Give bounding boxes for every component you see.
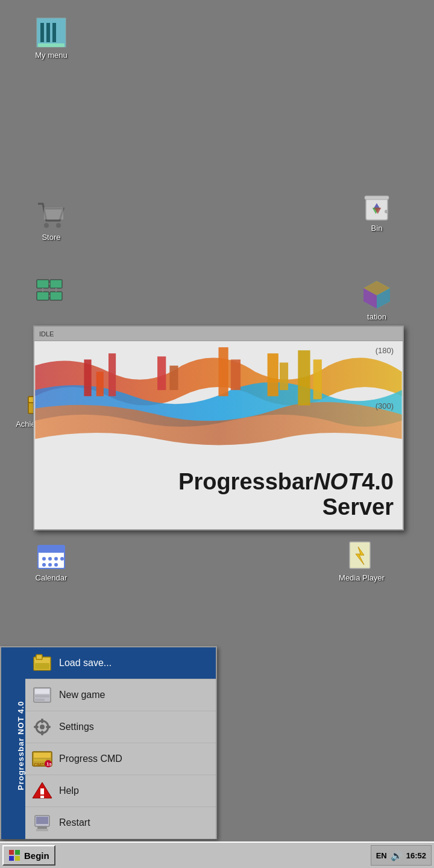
- svg-point-46: [48, 557, 52, 561]
- svg-rect-32: [84, 359, 91, 396]
- menu-item-restart[interactable]: Restart: [25, 807, 216, 839]
- splash-title-bar: IDLE: [34, 327, 403, 341]
- svg-rect-11: [37, 280, 49, 288]
- media-player-label: Media Player: [339, 573, 385, 582]
- taskbar: Begin EN 🔊 16:52: [0, 841, 434, 868]
- store-label: Store: [42, 233, 60, 242]
- menu-item-progress-cmd[interactable]: CMD 1s Progress CMD: [25, 743, 216, 775]
- svg-rect-12: [50, 280, 62, 288]
- svg-rect-41: [298, 350, 310, 405]
- menu-item-new-game-label: New game: [59, 690, 105, 700]
- bin-icon[interactable]: Bin: [350, 190, 404, 233]
- begin-button[interactable]: Begin: [2, 845, 55, 866]
- svg-rect-55: [36, 655, 42, 659]
- svg-text:CMD: CMD: [34, 762, 45, 767]
- svg-rect-77: [36, 817, 48, 824]
- store-icon[interactable]: Store: [24, 199, 78, 242]
- splash-app-name-line1: ProgressbarNOT4.0: [178, 470, 394, 495]
- svg-point-49: [42, 563, 46, 567]
- svg-rect-82: [9, 856, 14, 861]
- svg-rect-78: [37, 826, 47, 829]
- svg-rect-75: [40, 796, 44, 798]
- bin-label: Bin: [371, 224, 383, 233]
- media-player-icon[interactable]: Media Player: [335, 539, 389, 582]
- my-menu-icon[interactable]: My menu: [24, 17, 78, 60]
- svg-rect-4: [38, 43, 64, 47]
- svg-point-45: [42, 557, 46, 561]
- svg-rect-37: [219, 347, 228, 396]
- network-image: [36, 278, 67, 310]
- begin-button-icon: [8, 849, 20, 861]
- menu-item-progress-cmd-label: Progress CMD: [59, 753, 122, 764]
- station-icon[interactable]: tation: [350, 278, 404, 321]
- bin-image: [361, 190, 392, 221]
- svg-rect-3: [52, 23, 56, 42]
- splash-score2: (300): [376, 401, 394, 410]
- svg-rect-13: [37, 292, 49, 300]
- start-menu-sidebar: Progressbar NOT 4.0: [1, 647, 25, 839]
- start-menu: Progressbar NOT 4.0 Load save...: [0, 646, 217, 839]
- load-save-icon: [31, 652, 53, 674]
- taskbar-volume-icon: 🔊: [391, 850, 403, 861]
- splash-window: IDLE: [33, 326, 404, 530]
- menu-item-help[interactable]: Help: [25, 775, 216, 807]
- svg-rect-65: [34, 726, 39, 728]
- svg-rect-38: [231, 359, 241, 390]
- svg-rect-9: [365, 196, 389, 200]
- svg-rect-74: [40, 788, 44, 794]
- svg-point-51: [54, 563, 58, 567]
- calendar-label: Calendar: [36, 573, 68, 582]
- store-image: [36, 199, 67, 230]
- svg-rect-2: [46, 23, 50, 42]
- settings-icon: [31, 716, 53, 738]
- svg-rect-1: [40, 23, 44, 42]
- splash-score1: (180): [376, 346, 394, 355]
- svg-rect-7: [44, 207, 63, 219]
- calendar-image: [36, 539, 67, 571]
- taskbar-lang: EN: [376, 851, 387, 860]
- menu-item-load-save[interactable]: Load save...: [25, 647, 216, 679]
- svg-rect-42: [313, 359, 322, 399]
- start-menu-items: Load save... New game: [25, 647, 216, 839]
- svg-rect-34: [108, 353, 116, 396]
- progress-cmd-icon: CMD 1s: [31, 748, 53, 770]
- calendar-icon[interactable]: Calendar: [24, 539, 78, 582]
- svg-rect-14: [50, 292, 62, 300]
- svg-point-48: [60, 557, 64, 561]
- svg-rect-63: [41, 719, 43, 723]
- svg-rect-80: [9, 850, 14, 855]
- svg-point-5: [44, 223, 49, 228]
- splash-content: (180) (300) ProgressbarNOT4.0 Server: [34, 341, 403, 529]
- svg-rect-66: [46, 726, 51, 728]
- svg-text:1s: 1s: [46, 761, 52, 767]
- svg-rect-69: [34, 759, 46, 761]
- svg-rect-58: [35, 689, 49, 694]
- menu-item-new-game[interactable]: New game: [25, 679, 216, 711]
- menu-item-settings-label: Settings: [59, 722, 94, 732]
- svg-rect-35: [157, 356, 166, 390]
- svg-rect-36: [169, 366, 178, 391]
- menu-item-settings[interactable]: Settings: [25, 711, 216, 743]
- svg-rect-33: [96, 372, 104, 397]
- svg-rect-44: [38, 546, 64, 553]
- restart-icon: [31, 812, 53, 834]
- my-menu-label: My menu: [35, 51, 67, 60]
- help-icon: [31, 780, 53, 802]
- svg-rect-59: [35, 695, 49, 697]
- svg-rect-60: [35, 699, 45, 701]
- menu-item-restart-label: Restart: [59, 817, 90, 828]
- svg-rect-39: [268, 353, 278, 396]
- splash-app-name: ProgressbarNOT4.0 Server: [178, 470, 394, 520]
- taskbar-system-tray: EN 🔊 16:52: [371, 845, 432, 866]
- new-game-icon: [31, 684, 53, 706]
- svg-rect-40: [280, 362, 288, 390]
- svg-point-62: [40, 725, 45, 729]
- svg-point-6: [56, 223, 61, 228]
- network-icon[interactable]: [24, 278, 78, 312]
- menu-item-help-label: Help: [59, 785, 79, 796]
- splash-title: IDLE: [39, 330, 54, 338]
- svg-point-47: [54, 557, 58, 561]
- svg-rect-81: [15, 850, 20, 855]
- menu-item-load-save-label: Load save...: [59, 658, 112, 668]
- media-player-image: [346, 539, 377, 571]
